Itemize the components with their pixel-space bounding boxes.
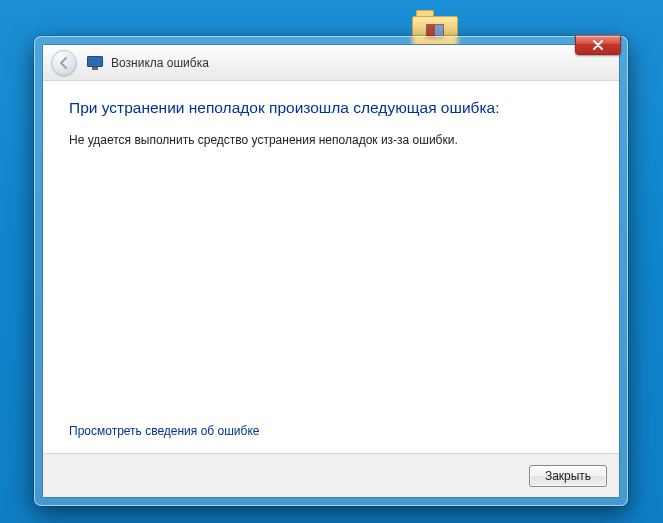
close-button[interactable]: Закрыть (529, 465, 607, 487)
window-close-button[interactable] (575, 35, 621, 55)
troubleshooter-window: Возникла ошибка При устранении неполадок… (34, 36, 628, 506)
window-header: Возникла ошибка (43, 45, 619, 81)
close-icon (592, 40, 604, 50)
error-body: Не удается выполнить средство устранения… (69, 133, 593, 147)
troubleshooter-icon (87, 56, 103, 70)
content-area: При устранении неполадок произошла следу… (43, 81, 619, 453)
error-heading: При устранении неполадок произошла следу… (69, 99, 593, 117)
back-button[interactable] (51, 50, 77, 76)
window-client-area: Возникла ошибка При устранении неполадок… (42, 44, 620, 498)
window-title: Возникла ошибка (111, 56, 209, 70)
back-arrow-icon (57, 56, 71, 70)
window-footer: Закрыть (43, 453, 619, 497)
window-controls (575, 35, 621, 55)
view-error-details-link[interactable]: Просмотреть сведения об ошибке (69, 424, 259, 438)
